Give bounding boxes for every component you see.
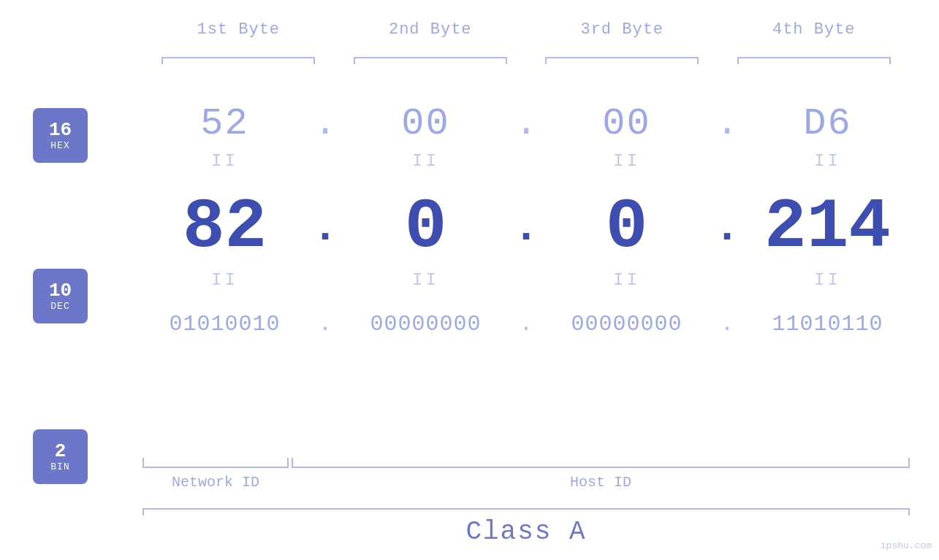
dec-sep-1: . bbox=[307, 203, 343, 253]
bracket-line-2 bbox=[354, 57, 507, 58]
eq-cell-2-4: II bbox=[745, 270, 910, 290]
bin-dot-1: . bbox=[319, 312, 332, 337]
hex-cell-4: D6 bbox=[745, 102, 910, 145]
main-container: 1st Byte 2nd Byte 3rd Byte 4th Byte 16 H… bbox=[0, 0, 939, 560]
eq-cell-1-3: II bbox=[544, 151, 709, 171]
class-section: Class A bbox=[142, 508, 910, 547]
dec-badge: 10 DEC bbox=[33, 269, 88, 323]
hex-val-1: 52 bbox=[200, 102, 248, 145]
hex-sep-3: . bbox=[709, 102, 745, 145]
bin-dot-3: . bbox=[721, 312, 734, 337]
eq-cell-2-2: II bbox=[343, 270, 508, 290]
hex-cell-2: 00 bbox=[343, 102, 508, 145]
eq-cell-1-4: II bbox=[745, 151, 910, 171]
hex-badge: 16 HEX bbox=[33, 108, 88, 163]
bracket-cell-3 bbox=[526, 57, 718, 58]
eq-sep-1-1 bbox=[307, 151, 343, 171]
eq-cell-2-1: II bbox=[142, 270, 307, 290]
hex-dot-2: . bbox=[514, 102, 537, 145]
bracket-line-4 bbox=[737, 57, 891, 58]
bin-badge-num: 2 bbox=[55, 441, 66, 462]
bin-badge: 2 BIN bbox=[33, 429, 88, 484]
dec-row: 82 . 0 . 0 . 214 bbox=[142, 193, 910, 263]
bracket-line-1 bbox=[161, 57, 315, 58]
eq-cell-1-1: II bbox=[142, 151, 307, 171]
dec-val-1: 82 bbox=[183, 193, 267, 263]
hex-val-3: 00 bbox=[602, 102, 650, 145]
bin-dot-2: . bbox=[520, 312, 533, 337]
bottom-labels: Network ID Host ID bbox=[142, 474, 910, 491]
bracket-cell-1 bbox=[142, 57, 335, 58]
hex-badge-label: HEX bbox=[50, 140, 69, 151]
host-bracket bbox=[292, 458, 910, 468]
bin-cell-4: 11010110 bbox=[745, 312, 910, 337]
dec-dot-2: . bbox=[513, 203, 539, 253]
top-brackets bbox=[142, 57, 910, 58]
byte-header-2: 2nd Byte bbox=[335, 20, 527, 39]
bin-badge-label: BIN bbox=[50, 461, 69, 472]
hex-val-4: D6 bbox=[803, 102, 851, 145]
dec-dot-1: . bbox=[312, 203, 338, 253]
dec-cell-1: 82 bbox=[142, 193, 307, 263]
eq-sep-2-3 bbox=[709, 270, 745, 290]
data-rows: 52 . 00 . 00 . D6 II II bbox=[142, 102, 910, 337]
eq-sep-2-1 bbox=[307, 270, 343, 290]
hex-row: 52 . 00 . 00 . D6 bbox=[142, 102, 910, 145]
bin-sep-2: . bbox=[508, 312, 544, 337]
host-id-label: Host ID bbox=[292, 474, 910, 491]
bin-cell-2: 00000000 bbox=[343, 312, 508, 337]
hex-dot-3: . bbox=[715, 102, 738, 145]
dec-cell-2: 0 bbox=[343, 193, 508, 263]
bin-row: 01010010 . 00000000 . 00000000 . 1101011… bbox=[142, 312, 910, 337]
dec-cell-4: 214 bbox=[745, 193, 910, 263]
hex-cell-1: 52 bbox=[142, 102, 307, 145]
bottom-brackets bbox=[142, 458, 910, 468]
eq-cell-2-3: II bbox=[544, 270, 709, 290]
dec-sep-3: . bbox=[709, 203, 745, 253]
bin-sep-3: . bbox=[709, 312, 745, 337]
watermark: ipshu.com bbox=[881, 540, 932, 551]
class-bracket-line bbox=[142, 508, 910, 510]
eq-sep-2-2 bbox=[508, 270, 544, 290]
byte-header-3: 3rd Byte bbox=[526, 20, 718, 39]
dec-sep-2: . bbox=[508, 203, 544, 253]
eq-cell-1-2: II bbox=[343, 151, 508, 171]
bin-cell-1: 01010010 bbox=[142, 312, 307, 337]
network-bracket bbox=[142, 458, 289, 468]
class-label: Class A bbox=[465, 517, 586, 547]
hex-sep-1: . bbox=[307, 102, 343, 145]
dec-val-2: 0 bbox=[405, 193, 447, 263]
network-id-label: Network ID bbox=[142, 474, 289, 491]
dec-val-3: 0 bbox=[606, 193, 648, 263]
dec-badge-num: 10 bbox=[49, 280, 72, 302]
bin-cell-3: 00000000 bbox=[544, 312, 709, 337]
byte-headers: 1st Byte 2nd Byte 3rd Byte 4th Byte bbox=[142, 20, 910, 39]
bracket-cell-2 bbox=[335, 57, 527, 58]
hex-badge-num: 16 bbox=[49, 120, 72, 141]
byte-header-4: 4th Byte bbox=[718, 20, 911, 39]
bin-val-2: 00000000 bbox=[370, 312, 481, 337]
bin-sep-1: . bbox=[307, 312, 343, 337]
bracket-cell-4 bbox=[718, 57, 911, 58]
bin-val-1: 01010010 bbox=[169, 312, 280, 337]
dec-cell-3: 0 bbox=[544, 193, 709, 263]
hex-sep-2: . bbox=[508, 102, 544, 145]
hex-cell-3: 00 bbox=[544, 102, 709, 145]
eq-sep-1-3 bbox=[709, 151, 745, 171]
eq-row-2: II II II II bbox=[142, 270, 910, 290]
bracket-line-3 bbox=[545, 57, 699, 58]
hex-val-2: 00 bbox=[401, 102, 449, 145]
dec-dot-3: . bbox=[714, 203, 740, 253]
byte-header-1: 1st Byte bbox=[142, 20, 335, 39]
eq-row-1: II II II II bbox=[142, 151, 910, 171]
dec-badge-label: DEC bbox=[50, 301, 69, 312]
hex-dot-1: . bbox=[313, 102, 336, 145]
badges: 16 HEX 10 DEC 2 BIN bbox=[33, 108, 88, 484]
bin-val-3: 00000000 bbox=[571, 312, 682, 337]
eq-sep-1-2 bbox=[508, 151, 544, 171]
bin-val-4: 11010110 bbox=[772, 312, 883, 337]
bottom-section: Network ID Host ID bbox=[142, 458, 910, 491]
dec-val-4: 214 bbox=[764, 193, 891, 263]
